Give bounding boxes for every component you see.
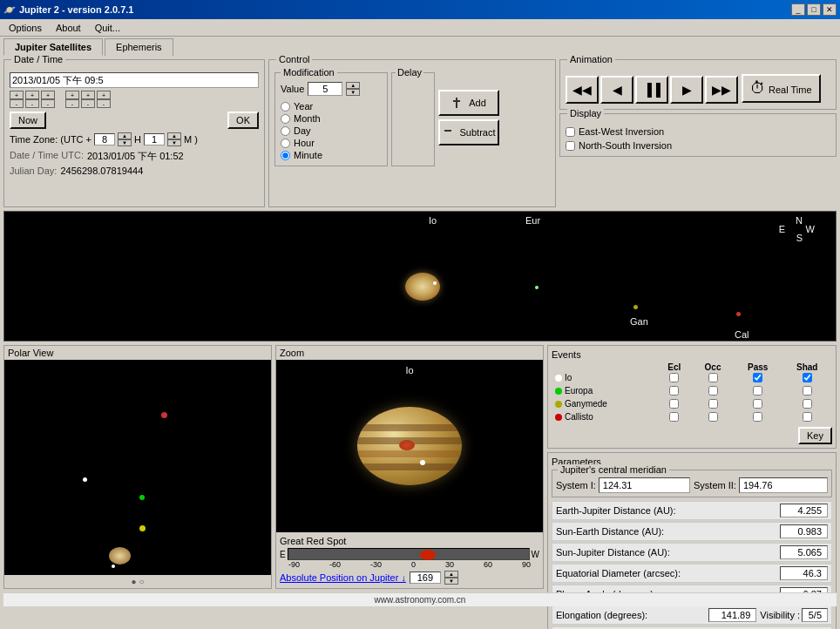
ganymede-label-main: Gan: [630, 316, 648, 327]
tz-m-input[interactable]: [144, 133, 165, 145]
value-row: Value ▲ ▼: [281, 82, 382, 96]
spin-down-2[interactable]: -: [25, 99, 39, 108]
ns-inversion-check[interactable]: [566, 141, 575, 151]
anim-play[interactable]: ▶: [670, 76, 703, 104]
anim-pause[interactable]: ▐▐: [635, 76, 668, 104]
anim-forward-fast[interactable]: ▶▶: [705, 76, 738, 104]
menu-options[interactable]: Options: [2, 21, 49, 35]
callisto-occ-check[interactable]: [708, 412, 718, 422]
spin-up-4[interactable]: +: [65, 91, 79, 99]
key-button[interactable]: Key: [798, 427, 832, 444]
close-button[interactable]: ✕: [823, 3, 837, 16]
value-up[interactable]: ▲: [346, 82, 360, 89]
spin-up-1[interactable]: +: [10, 91, 24, 99]
radio-year[interactable]: Year: [281, 101, 382, 112]
spin-col-1: + -: [10, 91, 24, 108]
realtime-button[interactable]: ⏱ Real Time: [742, 74, 821, 103]
spin-down-3[interactable]: -: [41, 99, 55, 108]
callisto-pass-check[interactable]: [753, 412, 762, 422]
radio-hour[interactable]: Hour: [281, 138, 382, 148]
events-row-io: Io: [552, 372, 832, 385]
west-compass: W: [806, 224, 815, 234]
value-input[interactable]: [308, 82, 342, 96]
grs-down[interactable]: ▼: [444, 578, 458, 585]
grs-label: Great Red Spot: [280, 536, 539, 546]
spin-col-6: + -: [97, 91, 111, 108]
europa-shad-check[interactable]: [803, 386, 812, 396]
polar-dot-3: [139, 495, 145, 500]
io-occ-check[interactable]: [708, 373, 718, 382]
maximize-button[interactable]: □: [807, 3, 821, 16]
menu-about[interactable]: About: [49, 21, 88, 35]
menu-quit[interactable]: Quit...: [88, 21, 127, 35]
spin-up-6[interactable]: +: [97, 91, 111, 99]
meridian-group: Jupiter's central meridian System I: 124…: [552, 470, 832, 497]
minimize-button[interactable]: _: [791, 3, 805, 16]
ganymede-ecl-check[interactable]: [669, 399, 679, 409]
events-callisto-shad: [782, 411, 832, 424]
system-i-item: System I: 124.31: [556, 477, 690, 493]
app-title: Jupiter 2 - version 2.0.7.1: [19, 4, 133, 15]
app-icon: 🪐: [3, 4, 16, 16]
radio-minute[interactable]: Minute: [281, 150, 382, 160]
tz-m-down[interactable]: ▼: [167, 139, 181, 146]
animation-panel: Animation ◀◀ ◀ ▐▐ ▶ ▶▶ ⏱ Real Time: [559, 59, 837, 110]
modification-box: Modification Value ▲ ▼ Year Month Day: [274, 72, 388, 166]
ew-inversion-check[interactable]: [566, 127, 575, 137]
callisto-shad-check[interactable]: [803, 412, 812, 422]
absolute-position-link[interactable]: Absolute Position on Jupiter ↓: [280, 572, 406, 583]
events-ganymede-ecl: [656, 398, 692, 411]
spin-down-5[interactable]: -: [81, 99, 95, 108]
spin-down-1[interactable]: -: [10, 99, 24, 108]
datetime-input[interactable]: 2013/01/05 下午 09:5: [10, 72, 259, 88]
tz-m-up[interactable]: ▲: [167, 132, 181, 139]
io-ecl-check[interactable]: [669, 373, 679, 382]
events-label: Events: [552, 349, 832, 360]
title-bar-buttons: _ □ ✕: [791, 3, 837, 16]
tab-ephemeris[interactable]: Ephemeris: [105, 38, 173, 56]
tz-h-up[interactable]: ▲: [118, 132, 132, 139]
grs-up[interactable]: ▲: [444, 571, 458, 578]
system-i-value: 124.31: [599, 477, 690, 493]
radio-month[interactable]: Month: [281, 113, 382, 124]
grs-input[interactable]: [410, 572, 441, 584]
control-label: Control: [276, 54, 312, 64]
tab-jupiter-satellites[interactable]: Jupiter Satellites: [3, 38, 103, 56]
radio-day[interactable]: Day: [281, 125, 382, 136]
io-shad-check[interactable]: [803, 373, 812, 382]
subtract-button[interactable]: Subtract: [438, 119, 499, 145]
ok-button[interactable]: OK: [227, 112, 259, 129]
ganymede-occ-check[interactable]: [708, 399, 718, 409]
now-button[interactable]: Now: [10, 112, 46, 129]
spin-up-3[interactable]: +: [41, 91, 55, 99]
add-button[interactable]: Add: [438, 90, 499, 116]
tz-h-input[interactable]: [94, 133, 115, 145]
tz-h-spinner: ▲ ▼: [118, 132, 132, 146]
grs-scale-30: 30: [445, 560, 454, 569]
spin-down-4[interactable]: -: [65, 99, 79, 108]
io-pass-check[interactable]: [753, 373, 762, 382]
europa-occ-check[interactable]: [708, 386, 718, 396]
main-view: Io Eur Gan Cal N E W S: [3, 211, 837, 342]
spin-up-5[interactable]: +: [81, 91, 95, 99]
value-down[interactable]: ▼: [346, 89, 360, 96]
ganymede-shad-check[interactable]: [803, 399, 812, 409]
europa-dot-main: [535, 286, 539, 289]
utc-row: Date / Time UTC: 2013/01/05 下午 01:52: [10, 150, 259, 163]
events-col-pass: Pass: [734, 362, 782, 372]
footer: www.astronomy.com.cn: [3, 592, 837, 606]
europa-pass-check[interactable]: [753, 386, 762, 396]
callisto-ecl-check[interactable]: [669, 412, 679, 422]
spin-up-2[interactable]: +: [25, 91, 39, 99]
grs-w-label: W: [532, 550, 539, 559]
south-compass: S: [796, 233, 803, 243]
tz-h-down[interactable]: ▼: [118, 139, 132, 146]
datetime-panel: Date / Time 2013/01/05 下午 09:5 + - + - +…: [3, 59, 265, 207]
grs-scale-n30: -30: [370, 560, 382, 569]
anim-rewind[interactable]: ◀: [600, 76, 633, 104]
spin-down-6[interactable]: -: [97, 99, 111, 108]
title-bar-left: 🪐 Jupiter 2 - version 2.0.7.1: [3, 4, 133, 16]
europa-ecl-check[interactable]: [669, 386, 679, 396]
ganymede-pass-check[interactable]: [753, 399, 762, 409]
anim-rewind-fast[interactable]: ◀◀: [566, 76, 599, 104]
